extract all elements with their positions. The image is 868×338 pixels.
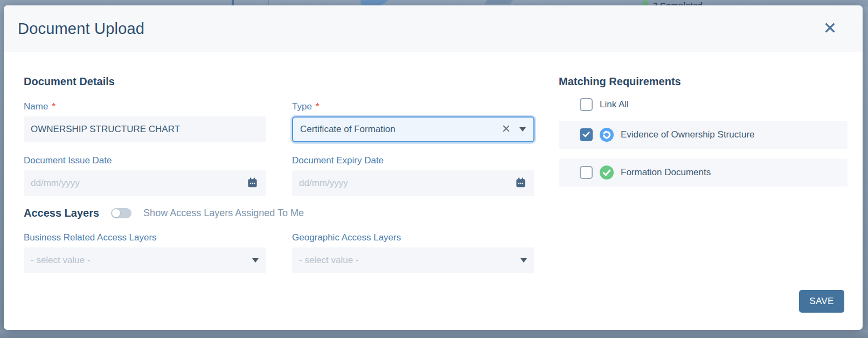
expiry-date-input[interactable]: dd/mm/yyyy — [292, 170, 534, 196]
business-layers-label: Business Related Access Layers — [24, 232, 157, 243]
show-assigned-toggle[interactable] — [111, 208, 131, 218]
form-area: Document Details Name * OWNERSHIP STRUCT… — [24, 74, 537, 330]
business-layers-placeholder: - select value - — [31, 255, 252, 266]
matching-requirements-heading: Matching Requirements — [559, 74, 848, 88]
type-dropdown-button[interactable] — [519, 127, 526, 132]
business-layers-field-group: Business Related Access Layers - select … — [24, 219, 266, 273]
modal-header: Document Upload — [4, 5, 863, 52]
access-layers-header-row: Access Layers Show Access Layers Assigne… — [24, 207, 537, 219]
required-asterisk: * — [316, 101, 320, 112]
clear-icon — [502, 124, 511, 135]
close-icon — [823, 20, 837, 37]
access-layers-heading: Access Layers — [24, 207, 99, 219]
expiry-date-field-group: Document Expiry Date dd/mm/yyyy — [292, 142, 534, 196]
caret-down-icon — [520, 258, 527, 263]
type-select[interactable]: Certificate of Formation — [292, 116, 534, 142]
issue-date-input[interactable]: dd/mm/yyyy — [24, 170, 266, 196]
geographic-layers-select[interactable]: - select value - — [292, 247, 534, 273]
caret-down-icon — [519, 127, 526, 132]
issue-date-calendar-button[interactable] — [246, 176, 259, 190]
link-all-label: Link All — [600, 99, 629, 110]
document-upload-modal: Document Upload Document Details Name * … — [4, 5, 863, 330]
link-all-row: Link All — [559, 98, 848, 111]
expiry-date-calendar-button[interactable] — [515, 176, 527, 190]
modal-body: Document Details Name * OWNERSHIP STRUCT… — [4, 52, 863, 330]
calendar-icon — [515, 176, 527, 190]
progress-circle-icon — [600, 128, 614, 142]
name-input-value: OWNERSHIP STRUCTURE CHART — [31, 124, 259, 135]
expiry-date-placeholder: dd/mm/yyyy — [299, 178, 515, 189]
link-all-checkbox[interactable] — [580, 98, 593, 111]
issue-date-placeholder: dd/mm/yyyy — [31, 178, 246, 189]
name-label: Name — [24, 101, 48, 112]
checkmark-icon — [581, 129, 591, 141]
name-field-group: Name * OWNERSHIP STRUCTURE CHART — [24, 88, 266, 142]
calendar-icon — [246, 176, 259, 190]
type-label: Type — [292, 101, 312, 112]
type-field-group: Type * Certificate of Formation — [292, 88, 534, 142]
issue-date-label: Document Issue Date — [24, 155, 112, 166]
requirement-row: Formation Documents — [559, 158, 848, 187]
background-shape-fragment — [484, 0, 517, 4]
check-circle-icon — [600, 165, 614, 180]
issue-date-field-group: Document Issue Date dd/mm/yyyy — [24, 142, 266, 196]
requirement-row: Evidence of Ownership Structure — [559, 121, 848, 149]
type-clear-button[interactable] — [502, 124, 511, 135]
modal-title: Document Upload — [18, 20, 144, 38]
requirement-label: Evidence of Ownership Structure — [621, 129, 755, 140]
caret-down-icon — [252, 258, 259, 263]
show-assigned-toggle-label: Show Access Layers Assigned To Me — [143, 208, 304, 219]
document-details-heading: Document Details — [24, 74, 537, 88]
geographic-layers-field-group: Geographic Access Layers - select value … — [292, 219, 534, 273]
background-page-strip — [0, 330, 868, 338]
name-input[interactable]: OWNERSHIP STRUCTURE CHART — [24, 116, 266, 142]
evidence-of-ownership-checkbox[interactable] — [580, 128, 593, 141]
expiry-date-label: Document Expiry Date — [292, 155, 384, 166]
geographic-layers-placeholder: - select value - — [299, 255, 520, 266]
requirement-label: Formation Documents — [621, 167, 711, 178]
close-button[interactable] — [821, 19, 839, 38]
formation-documents-checkbox[interactable] — [580, 166, 593, 179]
geographic-layers-label: Geographic Access Layers — [292, 232, 401, 243]
toggle-knob — [112, 209, 120, 217]
type-select-value: Certificate of Formation — [300, 124, 502, 135]
business-layers-select[interactable]: - select value - — [24, 247, 266, 273]
save-button[interactable]: SAVE — [799, 290, 844, 313]
required-asterisk: * — [52, 101, 55, 112]
